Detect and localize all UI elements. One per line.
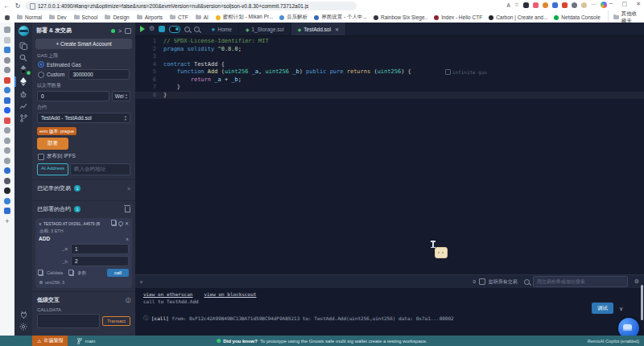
add-tab-icon[interactable]: +: [5, 218, 9, 224]
edge-tab-tab-blue-dot-icon[interactable]: [4, 107, 10, 113]
radio-unselected-icon[interactable]: [38, 72, 44, 78]
sidebar-item-solidity-compiler[interactable]: ✓: [14, 64, 32, 76]
compile-gear-icon[interactable]: ⚙: [149, 26, 155, 32]
sidebar-item-plugin-manager[interactable]: [14, 308, 32, 320]
debug-button[interactable]: 调试: [592, 303, 613, 314]
edge-tab-tab-dark-1-icon[interactable]: [4, 178, 10, 184]
sidebar-item-deploy-run[interactable]: [14, 76, 32, 88]
tab-home[interactable]: ❖Home: [204, 23, 239, 35]
contract-select[interactable]: TestAdd - TestAdd.sol ▴▾: [37, 113, 130, 123]
forward-chevron-icon[interactable]: >: [118, 28, 122, 34]
arg-value-input[interactable]: 1: [71, 244, 129, 254]
copilot-icon[interactable]: [601, 2, 607, 8]
edge-tab-tab-circle-6-icon[interactable]: [4, 158, 10, 164]
value-input[interactable]: 0: [37, 91, 109, 101]
close-button[interactable]: ✕: [636, 1, 641, 7]
terminal-expand-icon[interactable]: «: [138, 280, 144, 283]
custom-gas-radio[interactable]: Custom 3000000: [38, 69, 130, 80]
scam-alert-badge[interactable]: ⚠ 诈骗警报: [32, 336, 68, 346]
bookmark-site[interactable]: 蜜柑计划 - Mikan Pr...: [216, 14, 273, 21]
sidebar-item-statistics[interactable]: [14, 100, 32, 112]
bookmark-site[interactable]: Netdata Console: [554, 14, 600, 20]
edge-tab-tab-active-blue-icon[interactable]: [4, 167, 10, 174]
edge-tab-tab-red-icon[interactable]: [4, 77, 10, 84]
bookmark-site[interactable]: Carbon | Create and...: [489, 14, 547, 20]
pin-panel-icon[interactable]: [125, 28, 131, 34]
bookmark-folder[interactable]: Design: [105, 14, 129, 20]
log-expand-chevron-icon[interactable]: ∨: [619, 306, 623, 312]
bookmark-site[interactable]: Rainbow Six Siege..: [374, 14, 427, 20]
terminal-settings-icon[interactable]: ⚙: [634, 278, 639, 285]
sidebar-item-settings[interactable]: [14, 320, 32, 332]
extension-tan-icon[interactable]: [581, 2, 587, 8]
tab-testadd-sol[interactable]: ◆TestAdd.sol✕: [291, 23, 346, 35]
pin-icon[interactable]: [118, 221, 123, 226]
extension-gray-icon[interactable]: [572, 2, 577, 8]
profile-avatar-icon[interactable]: [543, 2, 548, 8]
copy-calldata-icon[interactable]: [39, 270, 43, 276]
extension-red-icon[interactable]: [562, 2, 568, 8]
at-address-input[interactable]: 载入合约地址: [70, 163, 130, 175]
favorite-star-icon[interactable]: ☆: [514, 2, 519, 8]
edge-tab-tab-blue-a-icon[interactable]: [4, 87, 10, 93]
create-smart-account-button[interactable]: + Create Smart Account: [35, 39, 132, 49]
bookmark-folder[interactable]: Normal: [17, 14, 42, 20]
bookmark-site[interactable]: 界面设置 - 个人中...: [314, 14, 367, 21]
radio-selected-icon[interactable]: [38, 61, 44, 68]
edge-tab-tab-blue-sq-icon[interactable]: [4, 97, 10, 104]
address-bar[interactable]: 127.0.0.1:4090/#lang=zh&optimize=false&r…: [25, 2, 357, 10]
bookmark-folder[interactable]: School: [74, 14, 98, 20]
edge-tab-tab-red-sq-icon[interactable]: [4, 117, 10, 124]
tab-1-storage-sol[interactable]: ◆1_Storage.sol: [239, 23, 291, 35]
edge-tab-tab-blue-icon[interactable]: [4, 47, 10, 53]
close-tab-icon[interactable]: ✕: [335, 27, 339, 32]
zoom-in-icon[interactable]: [194, 27, 200, 32]
copy-icon[interactable]: [112, 220, 117, 226]
edge-tab-tab-circle-5-icon[interactable]: [4, 147, 10, 154]
bookmark-site[interactable]: Index - Hello CTF: [434, 14, 482, 20]
minimize-button[interactable]: ─: [609, 1, 613, 7]
stepper-icon[interactable]: ▴▾: [126, 93, 127, 99]
sidebar-item-debugger[interactable]: [14, 88, 32, 100]
collapse-chevron-icon[interactable]: ∨: [39, 221, 42, 226]
edge-tab-tab-blue-sq2-icon[interactable]: [4, 208, 10, 214]
git-branch-indicator[interactable]: main: [77, 338, 95, 344]
custom-gas-input[interactable]: 3000000: [68, 69, 130, 80]
bookmark-folder[interactable]: Airports: [137, 14, 163, 20]
extension-pink-icon[interactable]: [533, 2, 539, 8]
close-icon[interactable]: ✕: [125, 220, 129, 226]
maximize-button[interactable]: ▢: [622, 1, 628, 7]
sidebar-item-search[interactable]: [14, 51, 32, 64]
value-unit-select[interactable]: Wei ▴▾: [112, 91, 130, 101]
extension-blue-icon[interactable]: [552, 2, 558, 8]
listen-all-checkbox[interactable]: [479, 278, 485, 285]
extension-dark-icon[interactable]: [523, 2, 529, 8]
recorded-transactions-section[interactable]: 已记录的交易 1 >: [32, 180, 135, 196]
transaction-log-row[interactable]: ⓘ [call] from: 0xF12c42A99B49BC13BA71d59…: [143, 315, 644, 322]
copy-params-icon[interactable]: [69, 270, 74, 276]
edge-tab-tab-gray-icon[interactable]: [4, 37, 10, 43]
terminal-link[interactable]: view on blockscout: [204, 291, 256, 297]
trash-icon[interactable]: [125, 207, 130, 212]
estimated-gas-radio[interactable]: Estimated Gas: [38, 61, 130, 68]
sidebar-item-git[interactable]: [14, 112, 32, 124]
calldata-label[interactable]: Calldata: [47, 270, 63, 275]
page-info-icon[interactable]: [30, 3, 35, 10]
collapse-up-chevron-icon[interactable]: ∧: [126, 237, 129, 241]
reload-icon[interactable]: ↻: [14, 2, 22, 10]
copilot-toggle[interactable]: [169, 26, 180, 33]
low-level-calldata-input[interactable]: [37, 314, 100, 328]
edge-tab-tab-dark-2-icon[interactable]: [4, 187, 10, 194]
run-script-icon[interactable]: [140, 26, 145, 32]
bookmark-folder[interactable]: AI: [196, 14, 208, 20]
remixai-copilot-status[interactable]: RemixAI Copilot (enabled): [588, 339, 639, 344]
transact-button[interactable]: Transact: [102, 316, 130, 326]
back-icon[interactable]: ←: [2, 2, 10, 10]
remix-ai-icon[interactable]: [159, 26, 165, 32]
edge-tab-tab-circle-1-icon[interactable]: [4, 57, 10, 64]
edge-tab-tab-circle-3-icon[interactable]: [4, 127, 10, 134]
bookmark-site[interactable]: 音乐解析: [279, 14, 308, 21]
instance-address-label[interactable]: TESTADD AT 0XD91..A4579 (B: [43, 221, 110, 226]
terminal-link[interactable]: view on etherscan: [143, 291, 192, 297]
zoom-out-icon[interactable]: [184, 27, 190, 32]
